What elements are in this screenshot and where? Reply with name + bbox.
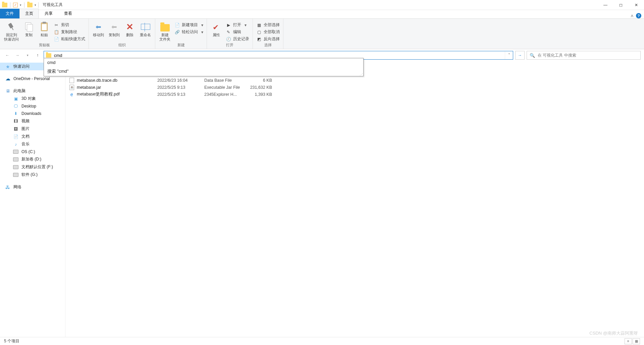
nav-recent-button[interactable]: ▾ xyxy=(23,51,32,59)
sidebar-item-thispc[interactable]: 🖥此电脑 xyxy=(0,87,65,95)
sidebar-item-3dobjects[interactable]: ▣3D 对象 xyxy=(0,95,65,102)
invertselect-button[interactable]: ◩反向选择 xyxy=(255,36,281,43)
cut-button[interactable]: ✂剪切 xyxy=(52,21,87,28)
divider xyxy=(38,2,39,8)
music-icon: ♪ xyxy=(13,142,19,147)
rename-button[interactable]: 重命名 xyxy=(138,21,153,38)
sidebar-item-network[interactable]: 🖧网络 xyxy=(0,183,65,191)
group-new: 新建 文件夹 📄新建项目▾ 🔗轻松访问▾ 新建 xyxy=(155,19,207,49)
table-row[interactable]: e metabase使用教程.pdf 2022/5/25 9:13 2345Ex… xyxy=(65,91,644,98)
address-dropdown[interactable]: ˅ xyxy=(505,51,513,59)
sidebar-item-pictures[interactable]: 🖼图片 xyxy=(0,125,65,133)
pasteshortcut-button[interactable]: 📄粘贴快捷方式 xyxy=(52,36,87,43)
video-icon: 🎞 xyxy=(13,119,19,124)
search-box[interactable]: 🔍 xyxy=(527,51,641,60)
divider xyxy=(10,2,10,8)
tab-file[interactable]: 文件 xyxy=(0,9,19,18)
copypath-button[interactable]: 📋复制路径 xyxy=(52,28,87,36)
drive-icon xyxy=(13,157,19,162)
window-title: 可视化工具 xyxy=(43,2,63,8)
sidebar-item-downloads[interactable]: ⬇Downloads xyxy=(0,110,65,117)
sidebar-item-drive-f[interactable]: 文档默认位置 (F:) xyxy=(0,163,65,171)
invert-label: 反向选择 xyxy=(264,36,280,42)
quick-access-toolbar: ✓ ▾ ▾ xyxy=(2,2,36,8)
pc-icon: 🖥 xyxy=(5,88,11,94)
sidebar-label: Desktop xyxy=(21,104,36,109)
tab-home[interactable]: 主页 xyxy=(19,9,39,18)
newfolder-button[interactable]: 新建 文件夹 xyxy=(157,21,172,42)
divider xyxy=(24,2,24,8)
moveto-label: 移动到 xyxy=(93,33,104,37)
address-go-button[interactable]: → xyxy=(515,51,525,60)
suggestion-item[interactable]: cmd xyxy=(44,58,363,67)
invert-icon: ◩ xyxy=(256,37,262,42)
copyto-button[interactable]: ⬅ 复制到 xyxy=(107,21,122,38)
sidebar-item-drive-c[interactable]: OS (C:) xyxy=(0,148,65,155)
edit-button[interactable]: ✎编辑 xyxy=(224,28,251,36)
resize-grip-icon[interactable]: ⋰ xyxy=(360,73,363,76)
paste-label: 粘贴 xyxy=(41,33,48,37)
sidebar-item-drive-d[interactable]: 新加卷 (D:) xyxy=(0,155,65,163)
nav-up-button[interactable]: ↑ xyxy=(34,51,42,59)
open-button[interactable]: ▶打开▾ xyxy=(224,21,251,28)
delete-label: 删除 xyxy=(126,33,133,37)
tab-share[interactable]: 共享 xyxy=(39,9,58,18)
nav-forward-button[interactable]: → xyxy=(13,51,21,59)
qat-properties-button[interactable]: ✓ xyxy=(13,3,18,7)
copy-label: 复制 xyxy=(25,33,33,37)
sidebar-item-music[interactable]: ♪音乐 xyxy=(0,140,65,148)
table-row[interactable]: metabase.db.trace.db 2022/6/23 16:04 Dat… xyxy=(65,77,644,84)
view-details-button[interactable]: ≡ xyxy=(625,338,632,344)
rename-label: 重命名 xyxy=(140,33,151,37)
selectall-button[interactable]: ▦全部选择 xyxy=(255,21,281,28)
delete-button[interactable]: ✕ 删除 xyxy=(122,21,137,38)
close-button[interactable]: ✕ xyxy=(629,0,644,10)
path-icon: 📋 xyxy=(54,29,59,35)
moveto-button[interactable]: ⬅ 移动到 xyxy=(91,21,106,38)
help-button[interactable]: ? xyxy=(636,13,641,18)
sidebar-label: 软件 (G:) xyxy=(21,172,38,178)
chevron-down-icon[interactable]: ▾ xyxy=(35,3,36,7)
minimize-button[interactable]: ― xyxy=(598,0,613,10)
ribbon-collapse-button[interactable]: ᐱ xyxy=(631,14,633,18)
status-count: 5 个项目 xyxy=(4,338,19,344)
search-input[interactable] xyxy=(538,53,638,58)
file-date: 2022/5/25 9:13 xyxy=(157,85,204,90)
table-row[interactable]: ☕ metabase.jar 2022/5/25 9:13 Executable… xyxy=(65,84,644,91)
sidebar-item-videos[interactable]: 🎞视频 xyxy=(0,117,65,125)
file-date: 2022/5/25 9:13 xyxy=(157,92,204,97)
tab-view[interactable]: 查看 xyxy=(58,9,78,18)
group-label: 打开 xyxy=(209,43,251,48)
selectnone-button[interactable]: ▢全部取消 xyxy=(255,28,281,36)
sidebar-label: 图片 xyxy=(21,126,30,132)
maximize-button[interactable]: ◻ xyxy=(613,0,629,10)
pin-label: 固定到 快速访问 xyxy=(4,33,19,42)
newitem-button[interactable]: 📄新建项目▾ xyxy=(173,21,205,28)
properties-button[interactable]: ✔ 属性 xyxy=(209,21,224,38)
suggestion-search-item[interactable]: 搜索 "cmd" xyxy=(44,67,363,76)
newfolder-icon xyxy=(160,24,170,31)
view-icons-button[interactable]: ▦ xyxy=(633,338,640,344)
history-icon: 🕘 xyxy=(226,37,231,42)
sidebar-label: OneDrive - Personal xyxy=(13,76,50,81)
history-button[interactable]: 🕘历史记录 xyxy=(224,36,251,43)
file-name: metabase.jar xyxy=(77,85,157,90)
file-type: 2345Explorer H... xyxy=(204,92,245,97)
sidebar-item-drive-g[interactable]: 软件 (G:) xyxy=(0,171,65,179)
easyaccess-button[interactable]: 🔗轻松访问▾ xyxy=(173,28,205,36)
paste-button[interactable]: 粘贴 xyxy=(37,21,52,38)
objects-icon: ▣ xyxy=(13,96,19,101)
selectnone-icon: ▢ xyxy=(256,29,262,35)
nav-back-button[interactable]: ← xyxy=(3,51,11,59)
sidebar-item-desktop[interactable]: 🖵Desktop xyxy=(0,102,65,110)
sidebar-item-documents[interactable]: 📄文档 xyxy=(0,133,65,140)
cut-label: 剪切 xyxy=(61,22,69,28)
downloads-icon: ⬇ xyxy=(13,111,19,116)
file-name: metabase.db.trace.db xyxy=(77,78,157,83)
copy-button[interactable]: 复制 xyxy=(21,21,36,38)
newitem-icon: 📄 xyxy=(174,22,180,28)
pin-quickaccess-button[interactable]: 固定到 快速访问 xyxy=(2,21,21,42)
qat-dropdown[interactable]: ▾ xyxy=(20,3,21,7)
drive-icon xyxy=(13,172,19,178)
pasteshort-label: 粘贴快捷方式 xyxy=(61,36,85,42)
